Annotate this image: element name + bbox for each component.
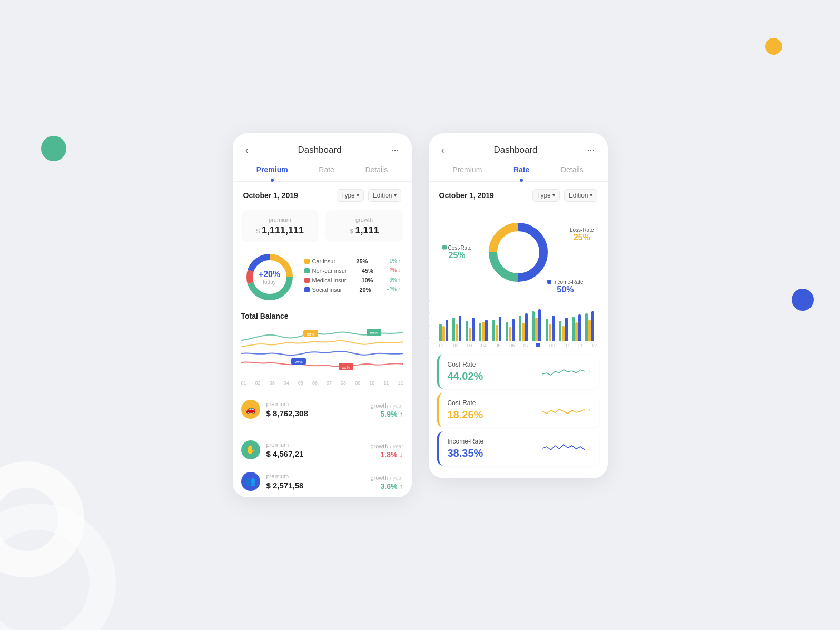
legend-dot-noncar — [304, 268, 310, 273]
sparkline-2 — [542, 402, 585, 418]
legend-pct-medical: 10% — [357, 277, 373, 283]
rate-item-cost-green: Cost-Rate 44.02% › — [437, 355, 599, 389]
left-filter-dropdowns: Type Edition — [337, 189, 401, 202]
left-filter-bar: October 1, 2019 Type Edition — [233, 182, 412, 206]
stat-growth: growth $ 1,111 — [325, 210, 403, 242]
bar-group-2 — [452, 316, 464, 341]
stats-row-left: premium $ 1,111,111 growth $ 1,111 — [241, 210, 403, 242]
phone-left: ‹ Dashboard ··· Premium Rate Details Oct… — [233, 133, 412, 497]
chevron-right-3: › — [589, 445, 591, 452]
loss-rate-pct: 25% — [570, 233, 594, 242]
legend-dot-medical — [304, 278, 310, 283]
svg-text:xx%: xx% — [294, 360, 302, 365]
insur-growth-group: 3.6% ↑ — [370, 482, 403, 490]
growth-currency: $ — [350, 227, 355, 235]
tab-premium-left[interactable]: Premium — [250, 162, 294, 177]
left-header: ‹ Dashboard ··· — [233, 133, 412, 162]
sparkline-1 — [542, 363, 585, 379]
tab-premium-right[interactable]: Premium — [446, 162, 488, 177]
back-icon-left[interactable]: ‹ — [245, 145, 249, 156]
bar-selected-dot — [536, 343, 540, 347]
edition-dropdown-left[interactable]: Edition — [368, 189, 401, 202]
more-icon-right[interactable]: ··· — [587, 145, 595, 156]
left-tabs: Premium Rate Details — [233, 162, 412, 182]
total-balance-title: Total Balance — [241, 312, 403, 320]
legend-dot-car — [304, 259, 310, 264]
more-icon-left[interactable]: ··· — [391, 145, 399, 156]
sparkline-3 — [542, 440, 585, 456]
bar-group-5 — [492, 317, 504, 341]
rate-label-income: Income-Rate 50% — [547, 279, 583, 294]
donut-sub: today — [259, 279, 280, 284]
bar-seg-blue — [446, 320, 448, 341]
bar-group-8-selected — [532, 309, 543, 341]
insur-right-car: growth/ year 5.9% ↑ — [370, 400, 403, 418]
income-rate-pct: 50% — [547, 285, 583, 294]
insur-val-car: $ 8,762,308 — [266, 409, 308, 418]
growth-value: $ 1,111 — [333, 225, 396, 236]
legend-pct-social: 20% — [355, 287, 371, 293]
premium-value: $ 1,111,111 — [249, 225, 312, 236]
type-dropdown-right[interactable]: Type — [532, 189, 560, 202]
donut-section-left: +20% today Car insur 25% +1% ↑ — [241, 251, 403, 303]
bar-group-12 — [585, 311, 597, 341]
bar-group-10 — [559, 318, 570, 341]
rate-item-name-1: Cost-Rate — [448, 361, 542, 368]
rate-item-name-2: Cost-Rate — [448, 399, 542, 407]
bar-seg-yellow — [442, 326, 445, 341]
rate-label-loss: Loss-Rate 25% — [570, 227, 594, 242]
premium-currency: $ — [256, 227, 262, 235]
tab-details-right[interactable]: Details — [555, 162, 590, 177]
y-labels: xx% xx% xx% xx% — [429, 299, 430, 341]
back-icon-right[interactable]: ‹ — [441, 145, 444, 156]
bar-chart-section: xx% xx% xx% xx% — [437, 299, 599, 348]
right-filter-bar: October 1, 2019 Type Edition — [429, 182, 608, 206]
stat-premium: premium $ 1,111,111 — [241, 210, 319, 242]
deco-circle-yellow — [765, 38, 782, 55]
svg-text:xx%: xx% — [342, 365, 350, 370]
legend-change-medical: +3% ↑ — [384, 277, 401, 283]
edition-dropdown-right[interactable]: Edition — [564, 189, 597, 202]
right-title: Dashboard — [493, 145, 537, 155]
bar-group-9 — [546, 316, 557, 341]
right-filter-dropdowns: Type Edition — [532, 189, 597, 202]
cost-rate-pct: 25% — [442, 250, 472, 260]
insur-label-car: premium — [266, 401, 308, 407]
bar-group-3 — [466, 318, 477, 341]
phones-container: ‹ Dashboard ··· Premium Rate Details Oct… — [233, 133, 608, 497]
legend-label-medical: Medical insur — [312, 277, 347, 283]
rate-label-cost: Cost-Rate 25% — [442, 244, 472, 260]
tab-details-left[interactable]: Details — [359, 162, 394, 177]
bar-group-4 — [479, 320, 490, 341]
svg-text:xx%: xx% — [370, 331, 378, 336]
x-axis-right: 01020304050607●09101112 — [437, 343, 599, 348]
bar-group-1 — [439, 320, 451, 341]
legend-medical: Medical insur 10% +3% ↑ — [304, 277, 401, 283]
type-dropdown-left[interactable]: Type — [337, 189, 364, 202]
legend-change-noncar: -2% ↓ — [384, 268, 401, 273]
insur-icon-group: 👥 — [241, 472, 260, 491]
line-chart-left: xx% xx% xx% xx% — [241, 324, 403, 377]
bar-chart-container: xx% xx% xx% xx% — [437, 299, 599, 341]
deco-arc-2 — [0, 504, 116, 630]
legend-change-car: +1% ↑ — [384, 258, 401, 264]
phone-right: ‹ Dashboard ··· Premium Rate Details Oct… — [429, 133, 608, 478]
insur-growth-car: 5.9% ↑ — [370, 410, 403, 418]
legend-pct-noncar: 45% — [358, 268, 373, 274]
legend-dot-social — [304, 287, 310, 292]
svg-text:xx%: xx% — [307, 332, 314, 337]
bar-group-11 — [572, 314, 584, 341]
right-content: Cost-Rate 25% — [429, 206, 608, 478]
left-title: Dashboard — [298, 145, 341, 155]
rate-item-income-blue: Income-Rate 38.35% › — [437, 431, 599, 466]
tab-rate-left[interactable]: Rate — [312, 162, 341, 177]
legend-pct-car: 25% — [352, 258, 368, 264]
insur-item-car: 🚗 premium $ 8,762,308 growth/ year 5.9% … — [241, 393, 403, 425]
legend-label-noncar: Non-car insur — [312, 268, 347, 274]
donut-chart-left: +20% today — [243, 251, 296, 303]
legend-label-car: Car insur — [312, 258, 336, 264]
tab-rate-right[interactable]: Rate — [507, 162, 536, 177]
insur-info-car: premium $ 8,762,308 — [266, 401, 308, 418]
insur-item-group: 👥 premium $ 2,571,58 growth/ year 3.6% ↑ — [233, 466, 412, 497]
rate-item-cost-yellow: Cost-Rate 18.26% › — [437, 393, 599, 427]
